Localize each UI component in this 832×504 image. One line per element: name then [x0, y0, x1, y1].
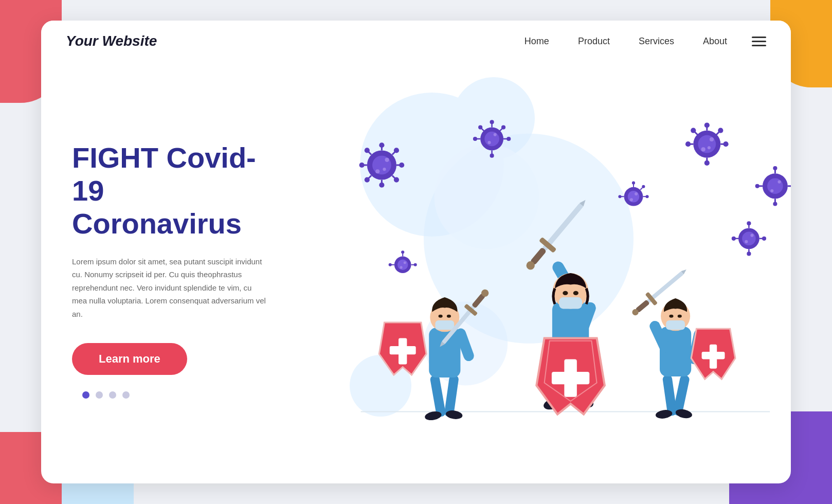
svg-rect-112 [552, 372, 589, 384]
nav-link-services[interactable]: Services [639, 36, 674, 46]
svg-point-10 [399, 163, 404, 168]
svg-point-25 [484, 132, 499, 147]
svg-point-128 [678, 315, 682, 318]
svg-point-68 [745, 240, 748, 243]
nav-link-product[interactable]: Product [578, 36, 610, 46]
svg-point-1 [434, 144, 539, 249]
svg-point-66 [732, 237, 736, 241]
svg-point-67 [750, 234, 753, 237]
slide-dots [82, 391, 288, 399]
svg-point-45 [704, 160, 710, 166]
svg-rect-94 [390, 346, 416, 354]
svg-point-145 [642, 185, 645, 188]
svg-point-78 [755, 184, 759, 188]
svg-rect-130 [702, 352, 725, 359]
navbar: Your Website Home Product Services About [41, 21, 791, 62]
svg-point-47 [723, 141, 728, 147]
svg-point-151 [401, 250, 404, 254]
svg-point-54 [710, 137, 714, 141]
svg-point-22 [375, 169, 379, 173]
svg-point-49 [685, 141, 691, 147]
hamburger-line-2 [752, 41, 766, 42]
svg-point-53 [691, 128, 696, 133]
hamburger-line-1 [752, 37, 766, 38]
nav-link-home[interactable]: Home [524, 36, 549, 46]
svg-point-16 [365, 148, 370, 153]
svg-point-20 [365, 177, 370, 182]
nav-item-home[interactable]: Home [524, 36, 549, 47]
hero-left: FIGHT Covid-19 Coronavirus Lorem ipsum d… [41, 62, 319, 478]
svg-rect-126 [666, 320, 685, 330]
hamburger-line-3 [752, 45, 766, 46]
svg-rect-90 [435, 320, 454, 330]
svg-point-39 [487, 141, 491, 144]
svg-point-12 [359, 163, 365, 168]
svg-point-127 [669, 315, 673, 318]
svg-point-51 [718, 128, 723, 133]
dot-1[interactable] [82, 391, 89, 399]
svg-point-156 [404, 261, 406, 264]
svg-point-18 [394, 177, 399, 182]
svg-point-149 [397, 260, 408, 270]
svg-point-157 [400, 266, 403, 268]
nav-link-about[interactable]: About [703, 36, 727, 46]
svg-point-6 [379, 142, 384, 148]
dot-3[interactable] [109, 391, 116, 399]
hero-title: FIGHT Covid-19 Coronavirus [72, 141, 288, 241]
svg-point-79 [778, 181, 781, 184]
svg-rect-82 [429, 374, 446, 418]
nav-item-services[interactable]: Services [639, 36, 674, 47]
hero-right [319, 62, 791, 478]
svg-point-8 [379, 183, 384, 188]
svg-point-141 [645, 195, 648, 198]
svg-point-37 [478, 125, 482, 129]
svg-point-56 [708, 146, 711, 149]
svg-point-38 [494, 133, 497, 136]
nav-item-about[interactable]: About [703, 36, 727, 47]
hero-description: Lorem ipsum dolor sit amet, sea putant s… [72, 255, 267, 321]
svg-point-31 [507, 137, 511, 141]
svg-point-21 [385, 158, 389, 162]
svg-rect-108 [559, 297, 582, 309]
svg-point-29 [490, 154, 494, 158]
svg-point-109 [563, 291, 568, 295]
svg-point-74 [773, 202, 777, 206]
svg-point-27 [490, 120, 494, 124]
nav-item-product[interactable]: Product [578, 36, 610, 47]
main-card: Your Website Home Product Services About [41, 21, 791, 483]
svg-point-62 [747, 251, 751, 256]
svg-point-80 [770, 189, 773, 192]
learn-more-button[interactable]: Learn more [72, 343, 187, 375]
svg-point-137 [628, 191, 639, 202]
svg-line-144 [640, 188, 642, 190]
svg-point-143 [618, 195, 621, 198]
svg-point-43 [704, 122, 710, 128]
svg-point-147 [630, 198, 633, 201]
nav-links: Home Product Services About [524, 36, 727, 47]
svg-point-72 [773, 166, 777, 170]
page-background: Your Website Home Product Services About [0, 0, 832, 504]
figure-3 [628, 264, 735, 420]
hamburger-menu[interactable] [752, 37, 766, 46]
svg-point-146 [635, 192, 638, 195]
svg-point-64 [762, 237, 766, 241]
hero-illustration [319, 62, 791, 478]
svg-point-14 [394, 148, 399, 153]
dot-2[interactable] [96, 391, 103, 399]
svg-point-33 [473, 137, 477, 141]
svg-point-110 [573, 291, 578, 295]
svg-point-92 [447, 315, 451, 318]
svg-point-91 [439, 315, 443, 318]
svg-point-23 [383, 168, 386, 171]
dot-4[interactable] [122, 391, 130, 399]
svg-point-41 [698, 135, 716, 153]
svg-point-155 [389, 263, 392, 266]
svg-point-35 [501, 125, 505, 129]
hero-section: FIGHT Covid-19 Coronavirus Lorem ipsum d… [41, 62, 791, 478]
svg-point-55 [701, 147, 706, 151]
svg-point-153 [414, 263, 417, 266]
svg-point-70 [767, 178, 783, 194]
logo: Your Website [66, 33, 157, 49]
svg-point-60 [747, 221, 751, 225]
svg-point-58 [742, 232, 756, 246]
